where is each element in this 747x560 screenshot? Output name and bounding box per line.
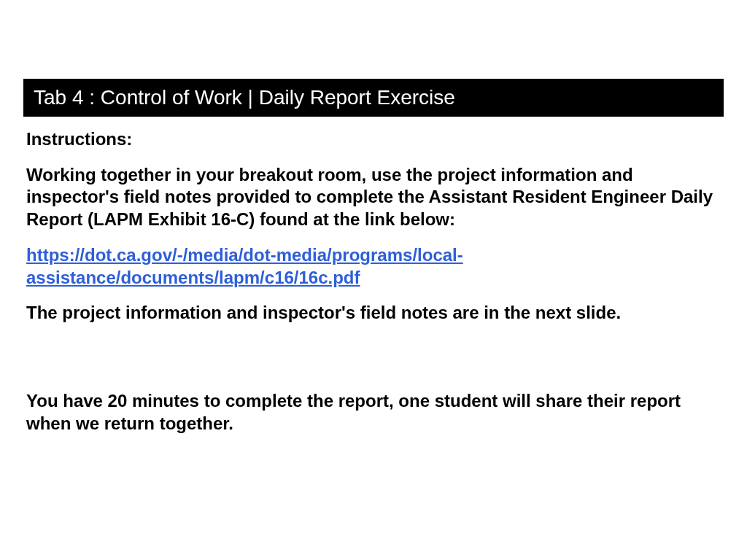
slide-title-bar: Tab 4 : Control of Work | Daily Report E… (23, 79, 724, 117)
slide-container: Tab 4 : Control of Work | Daily Report E… (0, 0, 747, 560)
slide-title: Tab 4 : Control of Work | Daily Report E… (34, 86, 455, 109)
instructions-paragraph-1: Working together in your breakout room, … (26, 164, 721, 231)
link-paragraph: https://dot.ca.gov/-/media/dot-media/pro… (26, 244, 721, 289)
document-link[interactable]: https://dot.ca.gov/-/media/dot-media/pro… (26, 245, 463, 287)
slide-body: Instructions: Working together in your b… (0, 117, 747, 448)
spacer (26, 338, 721, 390)
instructions-heading: Instructions: (26, 128, 721, 151)
instructions-paragraph-3: You have 20 minutes to complete the repo… (26, 390, 721, 435)
instructions-paragraph-2: The project information and inspector's … (26, 302, 721, 324)
